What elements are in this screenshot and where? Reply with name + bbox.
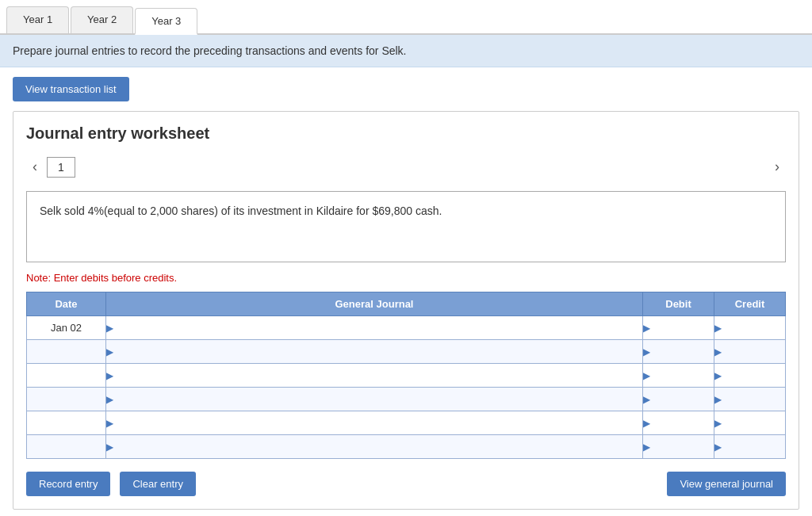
debit-cell[interactable]: ▶	[643, 435, 714, 459]
journal-input[interactable]	[106, 388, 642, 411]
col-credit: Credit	[714, 292, 786, 316]
debit-input[interactable]	[643, 364, 714, 387]
credit-cell[interactable]: ▶	[714, 388, 786, 411]
journal-input[interactable]	[106, 411, 642, 434]
debit-cell[interactable]: ▶	[643, 340, 714, 364]
next-page-button[interactable]: ›	[768, 155, 786, 178]
journal-cell[interactable]: ▶	[106, 435, 643, 459]
journal-input[interactable]	[106, 364, 642, 387]
view-transaction-button[interactable]: View transaction list	[13, 77, 129, 101]
debit-input[interactable]	[643, 388, 714, 411]
journal-entry-worksheet: Journal entry worksheet ‹ 1 › Selk sold …	[13, 111, 799, 510]
debit-cell[interactable]: ▶	[643, 411, 714, 435]
journal-cell[interactable]: ▶	[106, 316, 643, 340]
debit-input[interactable]	[643, 340, 714, 363]
tab-year3[interactable]: Year 3	[135, 8, 197, 35]
date-cell[interactable]	[27, 364, 106, 388]
tab-year1[interactable]: Year 1	[6, 6, 69, 33]
col-date: Date	[27, 292, 106, 316]
date-input[interactable]	[27, 388, 105, 411]
date-cell[interactable]	[27, 388, 106, 411]
date-cell[interactable]	[27, 411, 106, 435]
credit-input[interactable]	[714, 388, 785, 411]
pagination: ‹ 1 ›	[26, 155, 786, 178]
debit-cell[interactable]: ▶	[643, 364, 714, 388]
worksheet-title: Journal entry worksheet	[26, 124, 786, 143]
transaction-description: Selk sold 4%(equal to 2,000 shares) of i…	[26, 191, 786, 262]
credit-cell[interactable]: ▶	[714, 316, 786, 340]
date-input[interactable]	[27, 411, 105, 434]
debit-input[interactable]	[643, 435, 714, 458]
journal-cell[interactable]: ▶	[106, 364, 643, 388]
view-general-journal-button[interactable]: View general journal	[667, 472, 786, 496]
tabs-bar: Year 1 Year 2 Year 3	[0, 0, 812, 35]
table-row: ▶▶▶	[27, 411, 786, 435]
table-row: Jan 02▶▶▶	[27, 316, 786, 340]
col-debit: Debit	[643, 292, 714, 316]
page-number: 1	[47, 157, 75, 178]
entry-note: Note: Enter debits before credits.	[26, 272, 786, 284]
debit-cell[interactable]: ▶	[643, 388, 714, 411]
journal-cell[interactable]: ▶	[106, 411, 643, 435]
credit-input[interactable]	[714, 411, 785, 434]
debit-input[interactable]	[643, 316, 714, 339]
credit-input[interactable]	[714, 316, 785, 339]
credit-cell[interactable]: ▶	[714, 364, 786, 388]
credit-input[interactable]	[714, 340, 785, 363]
journal-input[interactable]	[106, 340, 642, 363]
table-row: ▶▶▶	[27, 388, 786, 411]
journal-cell[interactable]: ▶	[106, 388, 643, 411]
prev-page-button[interactable]: ‹	[26, 155, 44, 178]
journal-input[interactable]	[106, 316, 642, 339]
journal-input[interactable]	[106, 435, 642, 458]
table-row: ▶▶▶	[27, 364, 786, 388]
credit-cell[interactable]: ▶	[714, 340, 786, 364]
info-bar: Prepare journal entries to record the pr…	[0, 35, 812, 67]
credit-input[interactable]	[714, 364, 785, 387]
debit-input[interactable]	[643, 411, 714, 434]
record-entry-button[interactable]: Record entry	[26, 472, 110, 496]
journal-cell[interactable]: ▶	[106, 340, 643, 364]
action-bar: View transaction list	[0, 67, 812, 111]
bottom-buttons: Record entry Clear entry View general jo…	[26, 472, 786, 496]
date-input[interactable]	[27, 364, 105, 387]
date-cell: Jan 02	[27, 316, 106, 340]
date-cell[interactable]	[27, 435, 106, 459]
credit-input[interactable]	[714, 435, 785, 458]
debit-cell[interactable]: ▶	[643, 316, 714, 340]
clear-entry-button[interactable]: Clear entry	[120, 472, 196, 496]
date-input[interactable]	[27, 435, 105, 458]
table-row: ▶▶▶	[27, 435, 786, 459]
col-general-journal: General Journal	[106, 292, 643, 316]
date-cell[interactable]	[27, 340, 106, 364]
info-text: Prepare journal entries to record the pr…	[13, 44, 407, 57]
credit-cell[interactable]: ▶	[714, 435, 786, 459]
credit-cell[interactable]: ▶	[714, 411, 786, 435]
tab-year2[interactable]: Year 2	[71, 6, 133, 33]
table-row: ▶▶▶	[27, 340, 786, 364]
date-input[interactable]	[27, 340, 105, 363]
journal-table: Date General Journal Debit Credit Jan 02…	[26, 292, 786, 459]
